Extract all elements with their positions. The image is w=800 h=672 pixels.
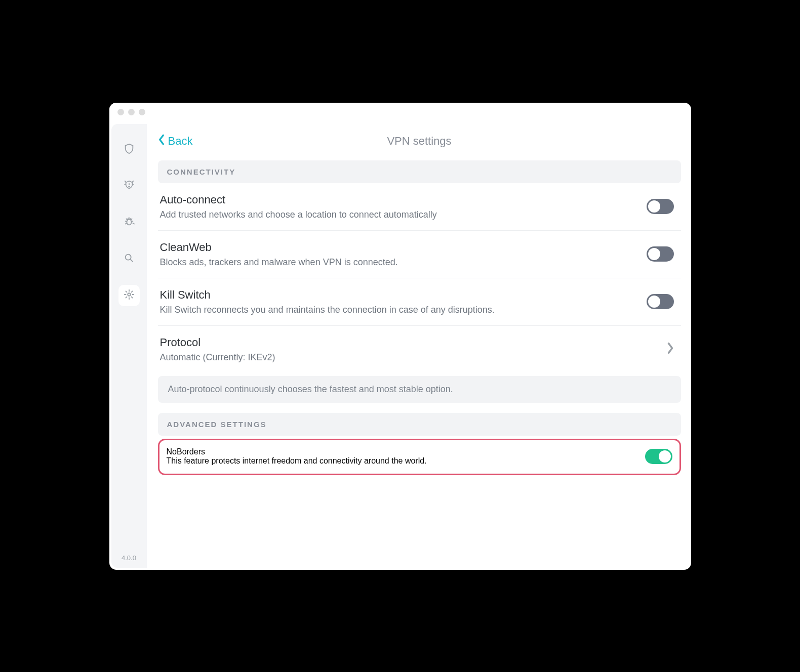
sidebar-item-antivirus[interactable]	[118, 212, 140, 233]
back-label: Back	[168, 135, 193, 148]
auto-connect-toggle[interactable]	[647, 199, 674, 214]
titlebar	[109, 103, 691, 122]
protocol-title: Protocol	[160, 336, 667, 349]
gear-icon	[124, 289, 135, 302]
killswitch-desc: Kill Switch reconnects you and maintains…	[160, 305, 647, 315]
traffic-light-close[interactable]	[117, 109, 124, 115]
cleanweb-title: CleanWeb	[160, 241, 647, 254]
svg-line-4	[130, 259, 133, 262]
killswitch-toggle[interactable]	[647, 294, 674, 309]
content: 4.0.0 Back VPN settings CONNECTIVITY Aut…	[109, 122, 691, 570]
traffic-light-zoom[interactable]	[139, 109, 145, 115]
svg-point-5	[128, 293, 131, 296]
noborders-toggle[interactable]	[645, 449, 672, 464]
alert-icon	[124, 180, 135, 193]
sidebar-item-search[interactable]	[118, 248, 140, 270]
version-label: 4.0.0	[122, 554, 136, 562]
traffic-light-minimize[interactable]	[128, 109, 135, 115]
noborders-title: NoBorders	[167, 447, 645, 456]
svg-point-3	[125, 254, 131, 260]
page-title: VPN settings	[158, 135, 681, 148]
killswitch-title: Kill Switch	[160, 288, 647, 302]
sidebar-item-vpn[interactable]	[118, 139, 140, 160]
back-button[interactable]: Back	[158, 134, 193, 148]
auto-connect-title: Auto-connect	[160, 193, 647, 206]
protocol-note: Auto-protocol continuously chooses the f…	[158, 376, 681, 403]
auto-connect-desc: Add trusted networks and choose a locati…	[160, 209, 647, 220]
cleanweb-desc: Blocks ads, trackers and malware when VP…	[160, 257, 647, 268]
main-panel: Back VPN settings CONNECTIVITY Auto-conn…	[147, 122, 691, 570]
noborders-desc: This feature protects internet freedom a…	[167, 456, 645, 466]
section-header-connectivity: CONNECTIVITY	[158, 160, 681, 183]
chevron-right-icon	[667, 342, 674, 356]
row-protocol[interactable]: Protocol Automatic (Currently: IKEv2)	[158, 326, 681, 373]
sidebar-item-alert[interactable]	[118, 176, 140, 197]
search-icon	[124, 253, 135, 266]
bug-icon	[124, 216, 135, 229]
sidebar-item-settings[interactable]	[118, 285, 140, 306]
row-cleanweb[interactable]: CleanWeb Blocks ads, trackers and malwar…	[158, 231, 681, 278]
row-auto-connect[interactable]: Auto-connect Add trusted networks and ch…	[158, 183, 681, 231]
cleanweb-toggle[interactable]	[647, 246, 674, 262]
section-header-advanced: ADVANCED SETTINGS	[158, 413, 681, 436]
chevron-left-icon	[158, 134, 165, 148]
row-noborders[interactable]: NoBorders This feature protects internet…	[158, 439, 681, 475]
svg-point-1	[129, 186, 130, 187]
row-killswitch[interactable]: Kill Switch Kill Switch reconnects you a…	[158, 278, 681, 326]
protocol-desc: Automatic (Currently: IKEv2)	[160, 352, 667, 363]
sidebar: 4.0.0	[111, 124, 147, 568]
app-window: 4.0.0 Back VPN settings CONNECTIVITY Aut…	[109, 103, 691, 570]
page-header: Back VPN settings	[158, 131, 681, 151]
shield-icon	[124, 143, 135, 156]
